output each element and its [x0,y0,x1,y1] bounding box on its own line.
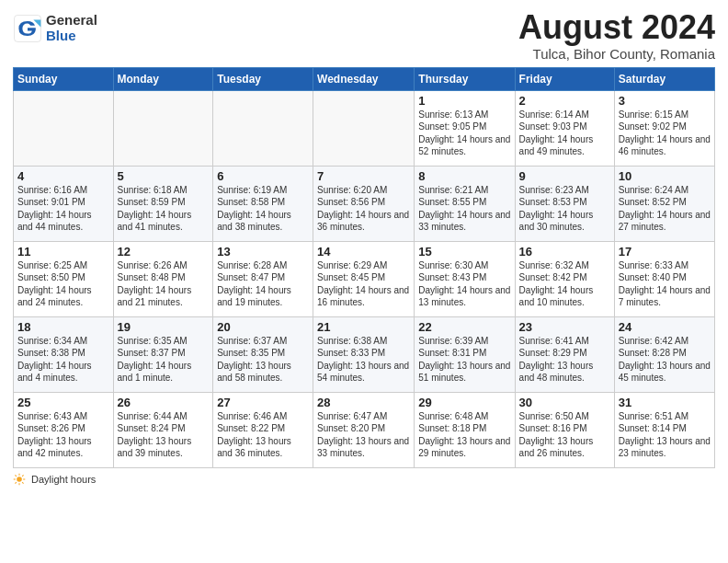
day-number: 27 [217,396,309,409]
day-number: 13 [217,245,309,259]
sun-icon [13,473,26,486]
day-info: Sunrise: 6:19 AMSunset: 8:58 PMDaylight:… [217,184,309,234]
calendar-day-cell: 10Sunrise: 6:24 AMSunset: 8:52 PMDayligh… [614,166,714,241]
day-info: Sunrise: 6:14 AMSunset: 9:03 PMDaylight:… [519,109,610,158]
calendar-day-cell: 19Sunrise: 6:35 AMSunset: 8:37 PMDayligh… [113,316,213,392]
calendar-week-row: 11Sunrise: 6:25 AMSunset: 8:50 PMDayligh… [14,241,715,316]
calendar-day-cell: 12Sunrise: 6:26 AMSunset: 8:48 PMDayligh… [113,241,213,316]
page: General Blue August 2024 Tulca, Bihor Co… [0,0,728,563]
day-number: 29 [418,396,510,409]
day-number: 8 [418,169,510,183]
day-number: 11 [17,245,109,259]
calendar-header-row: SundayMondayTuesdayWednesdayThursdayFrid… [14,67,715,90]
logo-general: General [46,13,97,29]
day-number: 5 [118,169,210,183]
calendar-day-cell: 21Sunrise: 6:38 AMSunset: 8:33 PMDayligh… [313,316,415,392]
day-info: Sunrise: 6:47 AMSunset: 8:20 PMDaylight:… [317,410,410,460]
calendar-week-row: 18Sunrise: 6:34 AMSunset: 8:38 PMDayligh… [14,316,715,392]
day-number: 12 [118,245,210,259]
daylight-label: Daylight hours [31,474,96,485]
day-number: 31 [619,396,711,409]
calendar-day-cell: 6Sunrise: 6:19 AMSunset: 8:58 PMDaylight… [213,166,313,241]
calendar-table: SundayMondayTuesdayWednesdayThursdayFrid… [13,67,715,468]
day-number: 25 [17,396,109,409]
day-info: Sunrise: 6:25 AMSunset: 8:50 PMDaylight:… [17,259,109,309]
calendar-day-cell: 25Sunrise: 6:43 AMSunset: 8:26 PMDayligh… [14,392,114,467]
day-info: Sunrise: 6:46 AMSunset: 8:22 PMDaylight:… [217,410,309,460]
day-number: 21 [317,320,410,334]
calendar-week-row: 4Sunrise: 6:16 AMSunset: 9:01 PMDaylight… [14,166,715,241]
day-number: 15 [418,245,510,259]
day-number: 10 [619,169,711,183]
calendar-day-cell: 9Sunrise: 6:23 AMSunset: 8:53 PMDaylight… [515,166,614,241]
calendar-day-cell [14,90,114,166]
day-info: Sunrise: 6:23 AMSunset: 8:53 PMDaylight:… [519,184,610,234]
day-number: 17 [619,245,711,259]
calendar-day-cell: 5Sunrise: 6:18 AMSunset: 8:59 PMDaylight… [113,166,213,241]
title-area: August 2024 Tulca, Bihor County, Romania [518,9,715,62]
day-info: Sunrise: 6:33 AMSunset: 8:40 PMDaylight:… [619,259,711,309]
calendar-day-cell: 15Sunrise: 6:30 AMSunset: 8:43 PMDayligh… [415,241,515,316]
calendar-day-cell: 22Sunrise: 6:39 AMSunset: 8:31 PMDayligh… [415,316,515,392]
calendar-day-cell: 27Sunrise: 6:46 AMSunset: 8:22 PMDayligh… [213,392,313,467]
day-number: 7 [317,169,410,183]
svg-line-10 [15,482,16,483]
day-info: Sunrise: 6:35 AMSunset: 8:37 PMDaylight:… [118,335,210,385]
calendar-day-cell: 18Sunrise: 6:34 AMSunset: 8:38 PMDayligh… [14,316,114,392]
calendar-day-cell: 20Sunrise: 6:37 AMSunset: 8:35 PMDayligh… [213,316,313,392]
day-info: Sunrise: 6:34 AMSunset: 8:38 PMDaylight:… [17,335,109,385]
day-info: Sunrise: 6:13 AMSunset: 9:05 PMDaylight:… [418,109,510,158]
calendar-day-header: Monday [113,67,213,90]
calendar-day-header: Thursday [415,67,515,90]
logo: General Blue [13,13,97,43]
day-number: 18 [17,320,109,334]
day-info: Sunrise: 6:15 AMSunset: 9:02 PMDaylight:… [619,109,711,158]
day-info: Sunrise: 6:16 AMSunset: 9:01 PMDaylight:… [17,184,109,234]
day-number: 23 [519,320,610,334]
calendar-day-header: Friday [515,67,614,90]
day-number: 9 [519,169,610,183]
day-info: Sunrise: 6:29 AMSunset: 8:45 PMDaylight:… [317,259,410,309]
calendar-day-header: Wednesday [313,67,415,90]
day-info: Sunrise: 6:28 AMSunset: 8:47 PMDaylight:… [217,259,309,309]
calendar-day-cell: 2Sunrise: 6:14 AMSunset: 9:03 PMDaylight… [515,90,614,166]
calendar-day-cell: 17Sunrise: 6:33 AMSunset: 8:40 PMDayligh… [614,241,714,316]
calendar-day-header: Tuesday [213,67,313,90]
calendar-day-cell: 28Sunrise: 6:47 AMSunset: 8:20 PMDayligh… [313,392,415,467]
day-number: 3 [619,94,711,108]
header: General Blue August 2024 Tulca, Bihor Co… [13,9,715,62]
calendar-day-cell: 13Sunrise: 6:28 AMSunset: 8:47 PMDayligh… [213,241,313,316]
calendar-day-cell: 14Sunrise: 6:29 AMSunset: 8:45 PMDayligh… [313,241,415,316]
day-info: Sunrise: 6:18 AMSunset: 8:59 PMDaylight:… [118,184,210,234]
day-info: Sunrise: 6:32 AMSunset: 8:42 PMDaylight:… [519,259,610,309]
day-info: Sunrise: 6:26 AMSunset: 8:48 PMDaylight:… [118,259,210,309]
day-info: Sunrise: 6:51 AMSunset: 8:14 PMDaylight:… [619,410,711,460]
calendar-day-cell [213,90,313,166]
day-info: Sunrise: 6:38 AMSunset: 8:33 PMDaylight:… [317,335,410,385]
calendar-day-cell: 4Sunrise: 6:16 AMSunset: 9:01 PMDaylight… [14,166,114,241]
day-number: 2 [519,94,610,108]
calendar-day-cell: 23Sunrise: 6:41 AMSunset: 8:29 PMDayligh… [515,316,614,392]
day-number: 1 [418,94,510,108]
day-number: 28 [317,396,410,409]
day-number: 22 [418,320,510,334]
calendar-day-cell: 7Sunrise: 6:20 AMSunset: 8:56 PMDaylight… [313,166,415,241]
day-number: 19 [118,320,210,334]
svg-line-8 [22,482,23,483]
day-info: Sunrise: 6:30 AMSunset: 8:43 PMDaylight:… [418,259,510,309]
day-info: Sunrise: 6:39 AMSunset: 8:31 PMDaylight:… [418,335,510,385]
day-info: Sunrise: 6:43 AMSunset: 8:26 PMDaylight:… [17,410,109,460]
footer: Daylight hours [13,473,715,486]
calendar-day-cell: 29Sunrise: 6:48 AMSunset: 8:18 PMDayligh… [415,392,515,467]
day-info: Sunrise: 6:48 AMSunset: 8:18 PMDaylight:… [418,410,510,460]
svg-line-9 [22,475,23,476]
calendar-week-row: 25Sunrise: 6:43 AMSunset: 8:26 PMDayligh… [14,392,715,467]
day-number: 14 [317,245,410,259]
day-info: Sunrise: 6:20 AMSunset: 8:56 PMDaylight:… [317,184,410,234]
calendar-day-cell [313,90,415,166]
calendar-day-header: Sunday [14,67,114,90]
calendar-day-cell: 11Sunrise: 6:25 AMSunset: 8:50 PMDayligh… [14,241,114,316]
day-info: Sunrise: 6:21 AMSunset: 8:55 PMDaylight:… [418,184,510,234]
calendar-day-cell: 26Sunrise: 6:44 AMSunset: 8:24 PMDayligh… [113,392,213,467]
month-year: August 2024 [518,9,715,46]
